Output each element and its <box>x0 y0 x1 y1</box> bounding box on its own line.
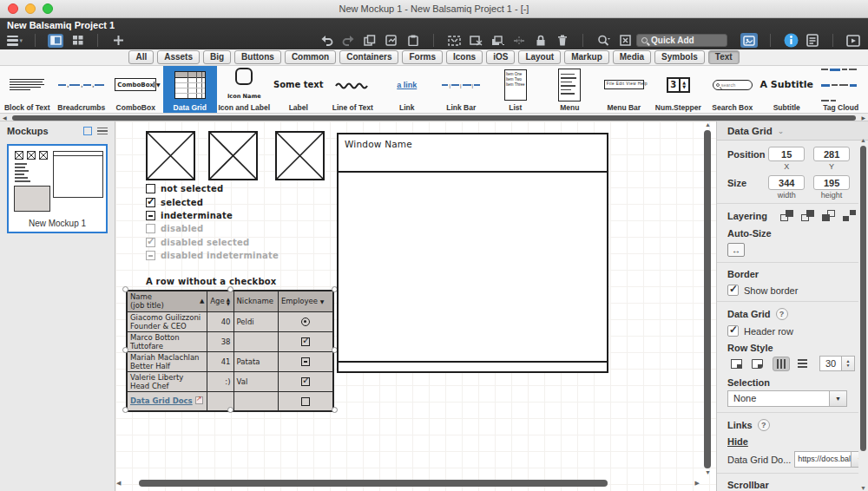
canvas-horizontal-scrollbar[interactable]: ◀ ▶ <box>117 478 699 488</box>
window-widget[interactable]: Window Name <box>337 133 608 373</box>
library-item-data-grid[interactable]: Data Grid <box>163 66 218 114</box>
category-tab[interactable]: Markup <box>564 50 609 64</box>
library-item-block-of-text[interactable]: Block of Text <box>0 66 55 114</box>
resize-handle[interactable] <box>122 347 128 353</box>
send-backward-icon[interactable] <box>822 210 835 221</box>
notes-button[interactable] <box>805 34 820 48</box>
link-url-dropdown[interactable]: https://docs.bal... ▼ <box>794 451 858 468</box>
category-tab[interactable]: Containers <box>339 50 398 64</box>
row-style-vertical-lines-icon[interactable] <box>773 357 790 371</box>
resize-handle[interactable] <box>332 407 338 413</box>
category-tab[interactable]: Assets <box>157 50 200 64</box>
position-y-input[interactable]: 281 <box>813 147 850 161</box>
image-placeholder-widget[interactable] <box>208 131 258 180</box>
grid-row[interactable]: Giacomo GuilizzoniFounder & CEO 40 Peldi <box>127 311 333 331</box>
crop-icon[interactable] <box>468 34 483 48</box>
transform-icon[interactable] <box>446 34 462 48</box>
ui-library-toggle-button[interactable] <box>740 33 758 48</box>
resize-handle[interactable] <box>227 286 233 292</box>
category-tab[interactable]: Big <box>203 50 231 64</box>
category-tab[interactable]: Media <box>613 50 651 64</box>
library-item-icon-and-label[interactable]: Icon Name Icon and Label <box>217 66 272 114</box>
copy-icon[interactable] <box>362 34 378 48</box>
row-height-stepper[interactable]: 30 ▲▼ <box>819 356 855 371</box>
image-placeholder-widget[interactable] <box>275 131 325 180</box>
library-item-link-bar[interactable]: ||| Link Bar <box>434 66 489 114</box>
row-style-alt-icon[interactable] <box>748 357 766 371</box>
library-item-combobox[interactable]: ComboBox▼ ComboBox <box>108 66 163 114</box>
help-icon[interactable]: ? <box>776 308 788 320</box>
size-height-input[interactable]: 195 <box>813 175 850 190</box>
grid-view-button[interactable] <box>69 34 85 48</box>
category-tab[interactable]: iOS <box>486 50 515 64</box>
resize-handle[interactable] <box>122 286 128 292</box>
canvas-vertical-scrollbar[interactable]: ▲ ▼ <box>702 123 713 474</box>
image-placeholder-widget[interactable] <box>146 131 195 180</box>
mockup-thumbnail[interactable]: New Mockup 1 <box>7 144 108 233</box>
library-item-search-box[interactable]: search Search Box <box>706 66 760 114</box>
paste-icon[interactable] <box>405 34 421 48</box>
library-item-breadcrumbs[interactable]: ››› Breadcrumbs <box>55 66 109 114</box>
lock-icon[interactable] <box>533 34 549 48</box>
header-row-checkbox[interactable]: Header row <box>727 325 858 337</box>
app-menu-button[interactable]: ▾ <box>7 34 23 48</box>
selection-dropdown[interactable]: None ▼ <box>727 390 847 407</box>
zoom-selection-icon[interactable] <box>617 34 633 48</box>
library-item-num-stepper[interactable]: 3▲▼ Num.Stepper <box>651 66 706 114</box>
library-scrollbar[interactable]: ◀ ▶ <box>0 113 868 121</box>
grid-header-name[interactable]: Name(job title)▲ <box>127 291 207 311</box>
size-width-input[interactable]: 344 <box>768 175 805 190</box>
library-item-menu[interactable]: Menu <box>542 66 597 114</box>
checkbox-group-widget[interactable]: not selected selected indeterminate disa… <box>146 182 279 262</box>
category-tab[interactable]: Icons <box>446 50 483 64</box>
category-tab[interactable]: Forms <box>402 50 443 64</box>
category-tab-selected[interactable]: Text <box>708 50 740 64</box>
zoom-icon[interactable] <box>595 34 611 48</box>
single-view-button[interactable] <box>48 34 63 48</box>
mockup-canvas[interactable]: not selected selected indeterminate disa… <box>115 121 716 491</box>
category-tab[interactable]: Buttons <box>234 50 281 64</box>
category-tab[interactable]: Layout <box>518 50 561 64</box>
category-tab[interactable]: Common <box>285 50 336 64</box>
thumbnail-view-icon[interactable] <box>83 127 92 135</box>
hide-link[interactable]: Hide <box>727 436 748 447</box>
position-x-input[interactable]: 15 <box>768 147 805 161</box>
library-item-list[interactable]: Item OneItem TwoItem Three List <box>489 66 543 114</box>
library-item-label[interactable]: Some text Label <box>272 66 326 114</box>
library-item-subtitle[interactable]: A Subtitle Subtitle <box>760 66 814 114</box>
send-to-back-icon[interactable] <box>843 210 856 221</box>
library-item-line-of-text[interactable]: Line of Text <box>326 66 380 114</box>
info-button[interactable] <box>783 34 799 48</box>
duplicate-icon[interactable] <box>384 34 399 48</box>
show-border-checkbox[interactable]: Show border <box>727 285 858 296</box>
sidebar-menu-icon[interactable] <box>97 126 108 137</box>
quick-add-input[interactable]: Quick Add <box>636 34 727 47</box>
library-item-tag-cloud[interactable]: Tag Cloud <box>814 66 868 114</box>
bring-to-front-icon[interactable] <box>780 210 793 221</box>
category-tab[interactable]: Symbols <box>654 50 705 64</box>
trash-icon[interactable] <box>555 34 570 48</box>
grid-header-age[interactable]: Age▲▼ <box>207 291 233 311</box>
grid-header-employee[interactable]: Employee ▼ <box>278 291 333 311</box>
autosize-button[interactable]: ↔ <box>727 243 745 257</box>
grid-row[interactable]: Valerie LibertyHead Chef :) Val <box>127 371 333 391</box>
align-icon[interactable] <box>511 34 527 48</box>
help-icon[interactable]: ? <box>758 419 770 431</box>
undo-icon[interactable] <box>319 34 334 48</box>
present-button[interactable] <box>845 34 861 48</box>
data-grid-docs-link[interactable]: Data Grid Docs <box>130 396 193 405</box>
category-tab[interactable]: All <box>128 50 154 64</box>
resize-handle[interactable] <box>122 407 128 413</box>
add-mockup-button[interactable] <box>110 34 126 48</box>
grid-row[interactable]: Marco BottonTuttofare 38 <box>127 331 333 351</box>
row-style-horizontal-lines-icon[interactable] <box>793 357 811 371</box>
library-item-link[interactable]: a link Link <box>380 66 435 114</box>
bring-forward-icon[interactable] <box>801 210 814 221</box>
grid-header-nickname[interactable]: Nickname <box>233 291 278 311</box>
inspector-scrollbar[interactable]: ▲ ▼ <box>859 142 867 488</box>
grid-row[interactable]: Mariah MaclachlanBetter Half 41 Patata <box>127 351 333 371</box>
layers-icon[interactable] <box>490 34 505 48</box>
resize-handle[interactable] <box>227 407 233 413</box>
library-item-menu-bar[interactable]: File Edit View Help Menu Bar <box>597 66 652 114</box>
chevron-down-icon[interactable]: ⌄ <box>778 127 785 135</box>
